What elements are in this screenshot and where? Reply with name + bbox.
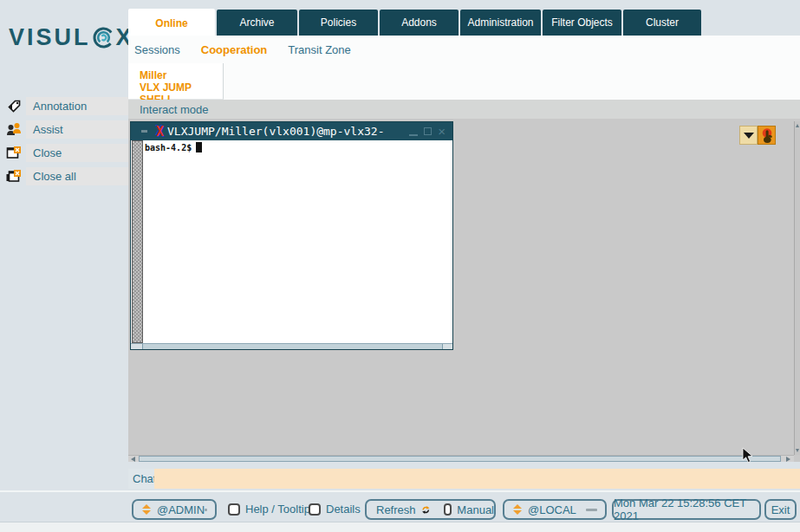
sort-diamond-icon	[513, 504, 522, 515]
mouse-cursor	[742, 447, 754, 464]
dropdown-dash-icon	[586, 509, 597, 511]
window-controls: ×	[409, 122, 446, 140]
details-option: Details	[309, 503, 361, 516]
scroll-right-icon[interactable]	[786, 457, 790, 462]
tag-icon	[5, 97, 23, 114]
hand-pointer-icon	[759, 127, 775, 144]
visulox-app: VISUL X Online Archive Policies Addons A…	[0, 0, 800, 532]
sidebar-item-close[interactable]: Close	[0, 144, 128, 162]
content-vertical-scrollbar[interactable]	[794, 121, 800, 455]
logo-text-left: VISUL	[9, 24, 91, 51]
datetime-text: Mon Mar 22 15:28:56 CET 2021	[614, 496, 759, 522]
sidebar-item-annotation[interactable]: Annotation	[0, 97, 128, 115]
refresh-group: Refresh Manual	[365, 499, 496, 520]
refresh-icon[interactable]	[421, 503, 431, 517]
terminal-horizontal-scrollbar[interactable]	[131, 343, 452, 349]
details-label: Details	[326, 503, 361, 516]
logo-spiral-icon	[92, 26, 115, 49]
subtab-cooperation[interactable]: Cooperation	[201, 43, 268, 56]
tab-filter-objects[interactable]: Filter Objects	[543, 10, 621, 36]
assist-people-icon	[5, 120, 23, 138]
interact-pointer-button[interactable]	[758, 126, 776, 145]
manual-label: Manual	[457, 503, 494, 516]
minimize-icon[interactable]	[409, 134, 418, 136]
workspace-content: X VLXJUMP/Miller(vlx001)@mp-vlx32- × bas…	[128, 119, 800, 462]
tab-addons[interactable]: Addons	[380, 10, 459, 36]
admin-dropdown[interactable]: @ADMIN	[132, 499, 217, 520]
tab-cluster[interactable]: Cluster	[623, 10, 701, 36]
sort-diamond-icon	[142, 504, 151, 515]
tab-archive[interactable]: Archive	[217, 10, 297, 36]
scroll-down-icon[interactable]	[796, 449, 799, 452]
tab-administration[interactable]: Administration	[460, 10, 541, 36]
terminal-title: VLXJUMP/Miller(vlx001)@mp-vlx32-	[167, 125, 384, 138]
close-all-windows-icon	[5, 167, 23, 185]
dropdown-dash-icon	[205, 509, 207, 511]
terminal-prompt-line[interactable]: bash-4.2$	[145, 142, 202, 152]
details-checkbox[interactable]	[309, 503, 321, 516]
close-icon[interactable]: ×	[438, 125, 446, 138]
local-dropdown-label: @LOCAL	[528, 503, 576, 516]
exit-button[interactable]: Exit	[764, 499, 797, 520]
close-window-icon	[5, 144, 23, 161]
sidebar-item-label: Close	[26, 144, 128, 162]
sidebar-item-assist[interactable]: Assist	[0, 120, 128, 139]
tab-policies[interactable]: Policies	[299, 10, 378, 36]
exit-label: Exit	[771, 503, 790, 516]
chat-label: Chat	[128, 469, 154, 489]
terminal-titlebar[interactable]: X VLXJUMP/Miller(vlx001)@mp-vlx32- ×	[131, 122, 452, 140]
admin-dropdown-label: @ADMIN	[157, 503, 205, 516]
sidebar-item-label: Annotation	[26, 97, 128, 115]
sub-nav: Sessions Cooperation Transit Zone	[134, 43, 351, 56]
x11-logo-icon: X	[156, 124, 164, 139]
help-tooltip-option: Help / Tooltip	[228, 503, 310, 516]
scroll-up-icon[interactable]	[796, 124, 799, 127]
help-tooltip-label: Help / Tooltip	[245, 503, 310, 516]
terminal-window[interactable]: X VLXJUMP/Miller(vlx001)@mp-vlx32- × bas…	[130, 121, 453, 350]
content-horizontal-scrollbar[interactable]	[128, 455, 794, 462]
manual-checkbox[interactable]	[444, 503, 452, 516]
bottom-strip	[0, 522, 800, 532]
subtab-sessions[interactable]: Sessions	[134, 43, 180, 56]
interact-mode-label: Interact mode	[140, 103, 209, 116]
maximize-icon[interactable]	[424, 127, 432, 135]
sidebar-item-label: Close all	[26, 167, 128, 185]
datetime-display: Mon Mar 22 15:28:56 CET 2021	[612, 499, 761, 520]
refresh-button[interactable]: Refresh	[376, 503, 416, 516]
scroll-left-icon[interactable]	[131, 457, 135, 462]
terminal-cursor	[196, 142, 202, 152]
triangle-down-icon	[744, 133, 754, 139]
tab-online[interactable]: Online	[128, 9, 215, 38]
interact-mode-bar: Interact mode	[128, 100, 800, 119]
local-dropdown[interactable]: @LOCAL	[503, 499, 607, 520]
window-menu-icon	[141, 130, 147, 133]
main-tab-bar: Online Archive Policies Addons Administr…	[128, 9, 703, 38]
sidebar-item-label: Assist	[26, 120, 128, 139]
session-tab-miller[interactable]: Miller VLX JUMP SHELL	[128, 63, 224, 100]
visulox-logo: VISUL X	[9, 24, 134, 51]
collapse-dropdown-button[interactable]	[739, 126, 758, 145]
session-user: Miller	[140, 69, 223, 81]
terminal-vertical-scrollbar[interactable]	[132, 140, 143, 343]
bottom-toolbar: @ADMIN Help / Tooltip Details Refresh Ma…	[0, 490, 800, 522]
chat-input[interactable]	[154, 469, 800, 489]
subtab-transit-zone[interactable]: Transit Zone	[288, 43, 351, 56]
help-tooltip-checkbox[interactable]	[228, 503, 240, 516]
bash-prompt: bash-4.2$	[145, 143, 192, 152]
sidebar-item-close-all[interactable]: Close all	[0, 167, 128, 185]
